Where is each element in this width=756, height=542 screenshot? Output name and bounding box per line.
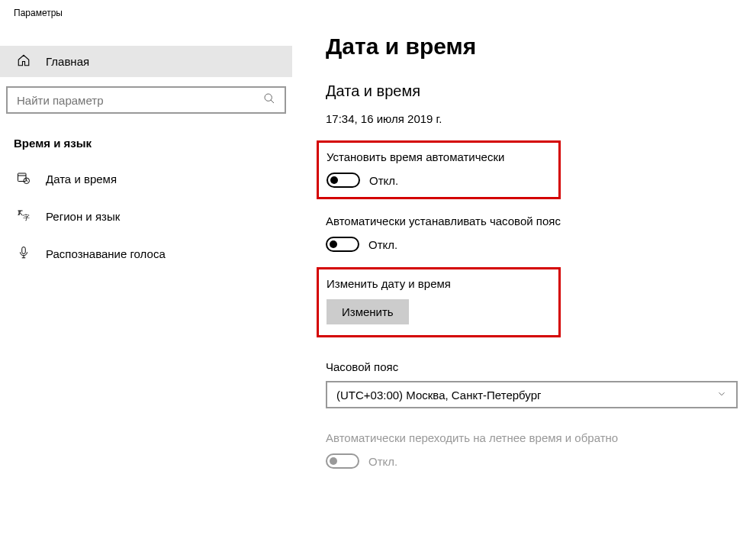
microphone-icon	[17, 246, 31, 262]
nav-item-speech[interactable]: Распознавание голоса	[0, 235, 292, 273]
sidebar: Главная Время и язык	[0, 26, 292, 542]
svg-line-6	[27, 181, 28, 182]
page-title: Дата и время	[326, 34, 741, 60]
dst-state: Откл.	[368, 455, 397, 468]
home-icon	[17, 53, 31, 69]
svg-rect-2	[18, 173, 27, 182]
nav-item-region-language[interactable]: 字 Регион и язык	[0, 198, 292, 235]
section-title: Дата и время	[326, 82, 741, 100]
auto-tz-label: Автоматически устанавливать часовой пояс	[326, 215, 741, 227]
nav-item-label: Распознавание голоса	[46, 247, 166, 260]
home-nav-item[interactable]: Главная	[0, 46, 292, 77]
content: Дата и время Дата и время 17:34, 16 июля…	[292, 26, 756, 542]
auto-tz-toggle[interactable]	[326, 237, 359, 252]
dst-label: Автоматически переходить на летнее время…	[326, 431, 741, 444]
search-wrap	[6, 86, 286, 114]
home-label: Главная	[46, 55, 89, 68]
highlight-change-dt: Изменить дату и время Изменить	[317, 267, 561, 337]
nav-item-date-time[interactable]: Дата и время	[0, 160, 292, 198]
svg-rect-8	[22, 247, 26, 254]
highlight-auto-time: Установить время автоматически Откл.	[317, 140, 561, 199]
auto-tz-state: Откл.	[368, 238, 397, 251]
window-title: Параметры	[0, 0, 756, 26]
change-dt-label: Изменить дату и время	[327, 277, 548, 290]
auto-time-label: Установить время автоматически	[327, 150, 548, 163]
auto-time-state: Откл.	[369, 174, 398, 187]
timezone-dropdown[interactable]: (UTC+03:00) Москва, Санкт-Петербург	[326, 381, 738, 408]
current-datetime: 17:34, 16 июля 2019 г.	[326, 112, 741, 125]
change-button[interactable]: Изменить	[327, 299, 409, 324]
search-input[interactable]	[6, 86, 286, 114]
nav-item-label: Регион и язык	[46, 210, 120, 223]
nav-item-label: Дата и время	[46, 173, 117, 186]
language-icon: 字	[17, 208, 31, 224]
dst-toggle	[326, 453, 359, 469]
search-icon	[263, 92, 275, 108]
auto-time-toggle[interactable]	[327, 173, 360, 188]
svg-point-0	[265, 94, 272, 101]
chevron-down-icon	[716, 389, 727, 402]
calendar-clock-icon	[17, 171, 31, 187]
timezone-label: Часовой пояс	[326, 360, 741, 373]
timezone-value: (UTC+03:00) Москва, Санкт-Петербург	[336, 389, 541, 402]
svg-text:字: 字	[23, 214, 30, 221]
category-title: Время и язык	[0, 114, 292, 160]
svg-line-1	[271, 100, 274, 103]
